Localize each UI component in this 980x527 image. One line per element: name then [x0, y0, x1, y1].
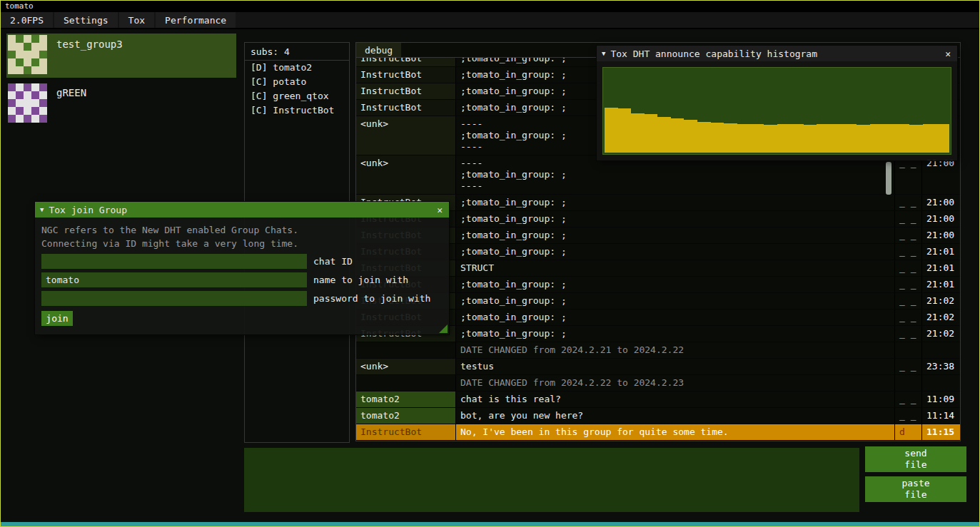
histogram-bar — [618, 108, 632, 153]
sender-name — [356, 342, 456, 358]
message-time — [921, 375, 960, 391]
message-marks: _ _ — [894, 227, 921, 243]
message-text: ;tomato_in_group: ; — [456, 293, 894, 309]
join-button[interactable]: join — [41, 311, 73, 326]
join-hint-line2: Connecting via ID might take a very long… — [41, 237, 443, 250]
message-marks: _ _ — [894, 326, 921, 342]
histogram-bar — [684, 120, 697, 153]
message-time: 11:14 — [921, 408, 960, 424]
histogram-bar — [909, 125, 923, 153]
resize-grip-icon[interactable] — [439, 324, 448, 333]
member-item[interactable]: [C] potato — [245, 75, 349, 89]
member-item[interactable]: [D] tomato2 — [245, 61, 349, 75]
message-time: 21:00 — [921, 227, 960, 243]
histogram-bar — [697, 122, 711, 153]
paste-file-button[interactable]: paste file — [865, 476, 966, 502]
menu-performance[interactable]: Performance — [156, 12, 236, 28]
menu-settings[interactable]: Settings — [54, 12, 118, 28]
message-marks: _ _ — [894, 211, 921, 227]
histogram-bar — [790, 124, 804, 153]
message-text: ;tomato_in_group: ; — [456, 277, 894, 292]
app-window: tomato 2.0FPS Settings Tox Performance t… — [0, 0, 980, 527]
message-text: ;tomato_in_group: ; — [456, 244, 894, 260]
message-marks: _ _ — [894, 359, 921, 374]
histogram-bar — [804, 125, 817, 153]
member-item[interactable]: [C] InstructBot — [245, 103, 349, 118]
histogram-bar — [830, 124, 844, 153]
dht-histogram-window: ▼ Tox DHT announce capability histogram … — [597, 46, 957, 160]
message-row: <unk>testus_ _23:38 — [356, 359, 960, 375]
histogram-bar — [870, 124, 884, 153]
date-separator-row: DATE CHANGED from 2024.2.22 to 2024.2.23 — [356, 375, 960, 392]
sender-name: <unk> — [356, 155, 456, 194]
message-time: 21:01 — [921, 277, 960, 292]
message-text: testus — [456, 359, 894, 374]
message-marks: _ _ — [894, 309, 921, 325]
dht-histogram-plot — [602, 67, 951, 155]
histogram-bar — [857, 125, 870, 153]
message-marks: _ _ — [894, 293, 921, 309]
message-row: InstructBotNo, I've been in this group f… — [356, 424, 960, 441]
group-name: test_group3 — [56, 39, 123, 50]
message-text: chat is this real? — [456, 392, 894, 407]
message-marks: _ _ — [894, 195, 921, 210]
chat-id-input[interactable] — [41, 254, 307, 269]
message-marks: _ _ — [894, 392, 921, 407]
histogram-bar — [896, 124, 910, 153]
collapse-icon[interactable]: ▼ — [602, 51, 605, 57]
group-item-gREEN[interactable]: gREEN — [6, 82, 236, 126]
message-marks: _ _ — [894, 277, 921, 292]
message-time: 21:02 — [921, 293, 960, 309]
message-input[interactable] — [244, 448, 859, 512]
message-text: ;tomato_in_group: ; — [456, 227, 894, 243]
close-icon[interactable]: ✕ — [435, 205, 444, 215]
histogram-bar — [750, 124, 764, 153]
join-group-titlebar[interactable]: ▼ Tox join Group ✕ — [35, 202, 449, 218]
sender-name: <unk> — [356, 359, 456, 374]
sender-name: InstructBot — [356, 58, 456, 66]
histogram-bar — [657, 117, 671, 153]
group-name: gREEN — [56, 87, 86, 98]
menu-tox[interactable]: Tox — [119, 12, 154, 28]
sender-name: InstructBot — [356, 100, 456, 116]
bottom-strip — [1, 522, 979, 526]
message-text: No, I've been in this group for quite so… — [456, 424, 894, 440]
date-separator-row: DATE CHANGED from 2024.2.21 to 2024.2.22 — [356, 342, 960, 359]
message-marks: _ _ — [894, 408, 921, 424]
message-text: DATE CHANGED from 2024.2.21 to 2024.2.22 — [456, 342, 894, 358]
sender-name: tomato2 — [356, 392, 456, 407]
tab-debug[interactable]: debug — [356, 43, 401, 57]
histogram-bar — [817, 124, 830, 153]
message-text: ---- ;tomato_in_group: ; ---- — [456, 155, 894, 194]
message-time: 11:15 — [921, 424, 960, 440]
message-text: STRUCT — [456, 260, 894, 276]
group-list: test_group3 gREEN — [6, 34, 236, 131]
join-group-body: NGC refers to the New DHT enabled Group … — [35, 218, 449, 334]
window-titlebar[interactable]: tomato — [1, 1, 979, 12]
sender-name: tomato2 — [356, 408, 456, 424]
join-password-input[interactable] — [41, 291, 307, 306]
close-icon[interactable]: ✕ — [944, 48, 952, 59]
members-header: subs: 4 — [245, 43, 349, 61]
group-item-test_group3[interactable]: test_group3 — [6, 34, 236, 78]
join-name-input[interactable] — [41, 272, 307, 287]
histogram-bar — [605, 108, 618, 153]
sender-name: InstructBot — [356, 424, 456, 440]
scrollbar-thumb[interactable] — [886, 162, 891, 195]
histogram-bar — [883, 124, 896, 153]
dht-histogram-titlebar[interactable]: ▼ Tox DHT announce capability histogram … — [597, 46, 957, 61]
histogram-bar — [631, 113, 645, 153]
menu-bar: 2.0FPS Settings Tox Performance — [1, 12, 979, 29]
message-time: 21:00 — [921, 211, 960, 227]
message-text: ;tomato_in_group: ; — [456, 326, 894, 342]
join-group-window: ▼ Tox join Group ✕ NGC refers to the New… — [35, 202, 449, 334]
message-time: 21:01 — [921, 244, 960, 260]
sender-name: InstructBot — [356, 83, 456, 99]
message-marks: _ _ — [894, 155, 921, 194]
message-text: ;tomato_in_group: ; — [456, 195, 894, 210]
message-text: ;tomato_in_group: ; — [456, 309, 894, 325]
member-item[interactable]: [C] green_qtox — [245, 89, 349, 103]
collapse-icon[interactable]: ▼ — [40, 207, 44, 213]
sender-name — [356, 375, 456, 391]
send-file-button[interactable]: send file — [865, 446, 966, 472]
